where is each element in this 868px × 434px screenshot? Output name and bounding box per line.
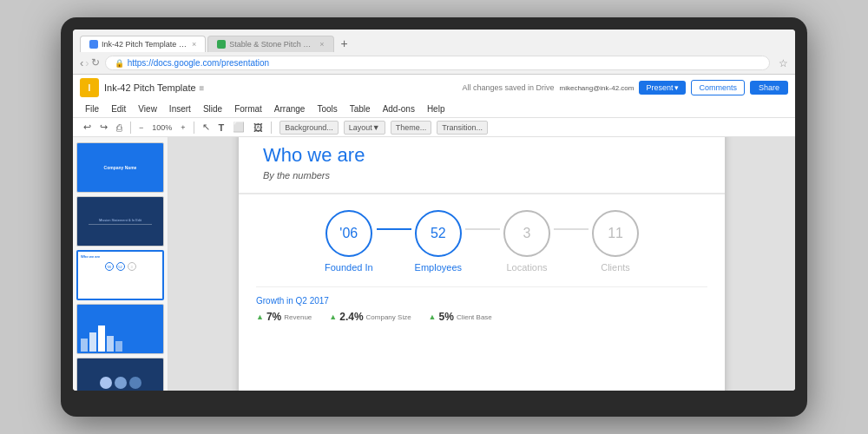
thumb-2-content: Mission Statement & In Edit [99,218,141,222]
share-button[interactable]: Share [750,81,788,95]
stat-label-founded: Founded In [325,262,373,273]
menu-addons[interactable]: Add-ons [378,102,420,115]
forward-button[interactable]: › [85,56,89,69]
browser-chrome: Ink-42 Pitch Template - Doc... × Stable … [73,30,795,75]
present-button[interactable]: Present ▾ [639,81,686,95]
slide-thumb-5[interactable] [76,358,164,391]
slide-thumb-3[interactable]: Who we are '06 52 3 [76,250,164,300]
stat-locations: 3 Locations [503,210,550,273]
slides-title-right: All changes saved in Drive mikechang@ink… [462,80,788,95]
growth-metrics: ▲ 7% Revenue ▲ 2.4% Company Size [256,311,707,323]
theme-button[interactable]: Theme... [391,121,432,135]
url-text: https://docs.google.com/presentation [128,58,269,68]
doc-settings-icon[interactable]: ≡ [200,83,205,93]
logo-letter: I [89,83,91,93]
slide-thumb-2[interactable]: Mission Statement & In Edit [76,196,164,247]
stat-label-clients: Clients [601,262,630,273]
client-base-desc: Client Base [457,313,492,321]
back-button[interactable]: ‹ [80,56,83,69]
slides-title-bar: I Ink-42 Pitch Template ≡ All changes sa… [73,75,795,101]
address-bar-input[interactable]: 🔒 https://docs.google.com/presentation [105,56,770,70]
stat-circle-employees: 52 [415,210,462,257]
stat-employees: 52 Employees [415,210,462,273]
undo-icon[interactable]: ↩ [80,120,95,135]
slide-thumb-4[interactable] [76,304,164,354]
revenue-arrow: ▲ [256,312,264,321]
menu-file[interactable]: File [80,102,104,115]
connector-1 [377,228,411,230]
slide-body: '06 Founded In 52 Employees [239,194,725,391]
cursor-icon[interactable]: ↖ [199,120,214,135]
browser-tabs: Ink-42 Pitch Template - Doc... × Stable … [80,35,788,52]
browser-tab-inactive[interactable]: Stable & Stone Pitch Deck -... × [207,36,333,52]
tab-close-1[interactable]: × [192,40,196,49]
menu-slide[interactable]: Slide [198,102,227,115]
thumb-4-chart [77,305,163,353]
thumb-3-title: Who we are [81,254,160,259]
growth-metric-revenue: ▲ 7% Revenue [256,311,312,323]
redo-icon[interactable]: ↪ [96,120,111,135]
stat-founded: '06 Founded In [325,210,373,273]
main-slide-area: Who we are By the numbers '06 [168,137,795,391]
company-size-arrow: ▲ [329,312,337,321]
text-icon[interactable]: T [215,121,228,135]
present-label: Present [646,83,673,92]
layout-button[interactable]: Layout▼ [344,121,385,135]
tab-label-2: Stable & Stone Pitch Deck -... [229,40,316,49]
company-size-value: 2.4% [339,311,363,323]
menu-edit[interactable]: Edit [106,102,131,115]
zoom-out-icon[interactable]: − [135,122,147,134]
revenue-desc: Revenue [284,313,312,321]
browser-tab-active[interactable]: Ink-42 Pitch Template - Doc... × [80,36,206,52]
print-icon[interactable]: ⎙ [113,121,126,135]
present-chevron: ▾ [674,83,679,92]
client-base-arrow: ▲ [429,312,437,321]
menu-table[interactable]: Table [345,102,376,115]
saved-status: All changes saved in Drive [462,83,554,92]
thumb-3-circle1: '06 [105,262,114,271]
slide-subtitle: By the numbers [263,170,700,181]
bookmark-icon[interactable]: ☆ [779,57,788,69]
transition-button[interactable]: Transition... [437,121,488,135]
zoom-in-icon[interactable]: + [177,122,188,134]
divider-3 [271,122,272,134]
comments-button[interactable]: Comments [691,80,745,95]
slides-logo: I [80,78,99,97]
menu-format[interactable]: Format [229,102,267,115]
connector-3 [554,228,589,230]
tab-label-1: Ink-42 Pitch Template - Doc... [102,40,188,49]
stat-value-founded: '06 [339,226,358,241]
tab-favicon-2 [217,40,226,49]
menu-help[interactable]: Help [422,102,450,115]
slides-toolbar: I Ink-42 Pitch Template ≡ All changes sa… [73,75,795,137]
divider-2 [194,122,194,134]
menu-tools[interactable]: Tools [312,102,342,115]
slides-panel: Company Name Mission Statement & In Edit… [73,137,168,391]
stats-row: '06 Founded In 52 Employees [256,210,707,273]
device-frame: Ink-42 Pitch Template - Doc... × Stable … [61,17,807,417]
stat-circle-founded: '06 [326,210,372,257]
stat-value-clients: 11 [608,226,623,241]
zoom-level[interactable]: 100% [148,122,175,134]
menu-view[interactable]: View [133,102,162,115]
slide-thumb-1[interactable]: Company Name [76,142,164,193]
comments-label: Comments [699,83,737,92]
doc-title[interactable]: Ink-42 Pitch Template [104,82,196,93]
stat-clients: 11 Clients [592,210,639,273]
slide-title: Who we are [263,144,700,167]
menu-arrange[interactable]: Arrange [269,102,311,115]
new-tab-button[interactable]: + [336,35,353,52]
stat-value-locations: 3 [523,226,531,241]
growth-section: Growth in Q2 2017 ▲ 7% Revenue ▲ 2.4% [256,286,707,323]
shape-icon[interactable]: ⬜ [229,120,248,135]
growth-metric-company-size: ▲ 2.4% Company Size [329,311,411,323]
thumb-3-circle3: 3 [128,262,136,271]
background-button[interactable]: Background... [279,121,339,135]
slides-content: Company Name Mission Statement & In Edit… [73,137,795,391]
revenue-value: 7% [266,311,281,323]
image-icon[interactable]: 🖼 [250,121,266,135]
menu-insert[interactable]: Insert [164,102,196,115]
stat-value-employees: 52 [431,226,446,241]
tab-close-2[interactable]: × [319,40,324,49]
refresh-button[interactable]: ↻ [91,56,100,69]
